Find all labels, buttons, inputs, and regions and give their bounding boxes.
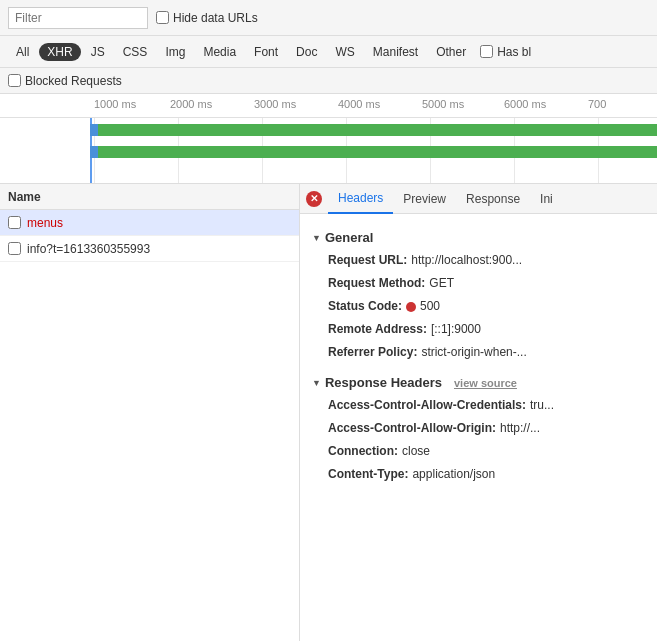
tab-media[interactable]: Media (195, 43, 244, 61)
timeline: 1000 ms 2000 ms 3000 ms 4000 ms 5000 ms … (0, 94, 657, 184)
marker-6000: 6000 ms (504, 98, 546, 110)
response-triangle-icon: ▼ (312, 378, 321, 388)
request-name-menus: menus (27, 216, 63, 230)
toolbar: Hide data URLs (0, 0, 657, 36)
detail-key-content-type: Content-Type: (328, 465, 408, 483)
detail-row-connection: Connection: close (328, 442, 645, 460)
detail-value-connection: close (402, 442, 430, 460)
close-button[interactable]: ✕ (304, 189, 324, 209)
detail-row-request-url: Request URL: http://localhost:900... (328, 251, 645, 269)
marker-2000: 2000 ms (170, 98, 212, 110)
marker-4000: 4000 ms (338, 98, 380, 110)
filter-tabs: All XHR JS CSS Img Media Font Doc WS Man… (0, 36, 657, 68)
detail-value-remote: [::1]:9000 (431, 320, 481, 338)
detail-row-method: Request Method: GET (328, 274, 645, 292)
detail-key-allow-origin: Access-Control-Allow-Origin: (328, 419, 496, 437)
tab-img[interactable]: Img (157, 43, 193, 61)
detail-row-status: Status Code: 500 (328, 297, 645, 315)
has-bl-text: Has bl (497, 45, 531, 59)
detail-row-allow-origin: Access-Control-Allow-Origin: http://... (328, 419, 645, 437)
hide-data-urls-checkbox[interactable] (156, 11, 169, 24)
tab-other[interactable]: Other (428, 43, 474, 61)
detail-value-content-type: application/json (412, 465, 495, 483)
detail-value-request-url: http://localhost:900... (411, 251, 522, 269)
tab-manifest[interactable]: Manifest (365, 43, 426, 61)
detail-key-allow-credentials: Access-Control-Allow-Credentials: (328, 396, 526, 414)
tab-ws[interactable]: WS (327, 43, 362, 61)
request-checkbox-info[interactable] (8, 242, 21, 255)
marker-1000: 1000 ms (94, 98, 136, 110)
marker-3000: 3000 ms (254, 98, 296, 110)
hide-data-urls-label[interactable]: Hide data URLs (156, 11, 258, 25)
details-panel: ✕ Headers Preview Response Ini ▼ General… (300, 184, 657, 641)
blocked-requests-text: Blocked Requests (25, 74, 122, 88)
has-bl-checkbox[interactable] (480, 45, 493, 58)
request-row-info[interactable]: info?t=1613360355993 (0, 236, 299, 262)
detail-value-referrer: strict-origin-when-... (421, 343, 526, 361)
response-headers-section-header: ▼ Response Headers view source (312, 375, 645, 390)
detail-value-allow-origin: http://... (500, 419, 540, 437)
detail-key-remote: Remote Address: (328, 320, 427, 338)
requests-list-header: Name (0, 184, 299, 210)
bar-green-1 (98, 124, 657, 136)
tab-doc[interactable]: Doc (288, 43, 325, 61)
request-name-info: info?t=1613360355993 (27, 242, 150, 256)
blocked-requests-checkbox[interactable] (8, 74, 21, 87)
detail-row-referrer: Referrer Policy: strict-origin-when-... (328, 343, 645, 361)
detail-value-method: GET (429, 274, 454, 292)
request-bar-row1 (90, 124, 657, 136)
requests-header-label: Name (8, 190, 41, 204)
details-content: ▼ General Request URL: http://localhost:… (300, 214, 657, 496)
request-bar-row2 (90, 146, 657, 158)
tab-ini[interactable]: Ini (530, 184, 563, 214)
has-bl-label[interactable]: Has bl (480, 45, 531, 59)
close-icon[interactable]: ✕ (306, 191, 322, 207)
detail-key-method: Request Method: (328, 274, 425, 292)
request-checkbox-menus[interactable] (8, 216, 21, 229)
details-tabs: ✕ Headers Preview Response Ini (300, 184, 657, 214)
detail-row-remote: Remote Address: [::1]:9000 (328, 320, 645, 338)
timeline-ruler: 1000 ms 2000 ms 3000 ms 4000 ms 5000 ms … (0, 94, 657, 118)
bar-blue-1 (90, 124, 98, 136)
marker-700: 700 (588, 98, 606, 110)
tab-response[interactable]: Response (456, 184, 530, 214)
filter-input[interactable] (8, 7, 148, 29)
close-icon-symbol: ✕ (310, 193, 318, 204)
tab-js[interactable]: JS (83, 43, 113, 61)
detail-key-referrer: Referrer Policy: (328, 343, 417, 361)
detail-row-content-type: Content-Type: application/json (328, 465, 645, 483)
detail-key-status: Status Code: (328, 297, 402, 315)
bar-blue-2 (90, 146, 98, 158)
blocked-bar: Blocked Requests (0, 68, 657, 94)
tab-preview[interactable]: Preview (393, 184, 456, 214)
tab-xhr[interactable]: XHR (39, 43, 80, 61)
tab-all[interactable]: All (8, 43, 37, 61)
detail-key-request-url: Request URL: (328, 251, 407, 269)
detail-key-connection: Connection: (328, 442, 398, 460)
tab-css[interactable]: CSS (115, 43, 156, 61)
response-headers-title: Response Headers (325, 375, 442, 390)
request-row-menus[interactable]: menus (0, 210, 299, 236)
blocked-requests-label[interactable]: Blocked Requests (8, 74, 122, 88)
detail-value-allow-credentials: tru... (530, 396, 554, 414)
general-triangle-icon: ▼ (312, 233, 321, 243)
tab-font[interactable]: Font (246, 43, 286, 61)
hide-data-urls-text: Hide data URLs (173, 11, 258, 25)
detail-row-allow-credentials: Access-Control-Allow-Credentials: tru... (328, 396, 645, 414)
status-error-dot (406, 302, 416, 312)
requests-panel: Name menus info?t=1613360355993 (0, 184, 300, 641)
requests-list[interactable]: menus info?t=1613360355993 (0, 210, 299, 641)
tab-headers[interactable]: Headers (328, 184, 393, 214)
marker-5000: 5000 ms (422, 98, 464, 110)
timeline-bars (0, 118, 657, 184)
detail-value-status: 500 (406, 297, 440, 315)
general-section-header: ▼ General (312, 230, 645, 245)
general-section-title: General (325, 230, 373, 245)
main-content: Name menus info?t=1613360355993 ✕ Header… (0, 184, 657, 641)
view-source-link[interactable]: view source (454, 377, 517, 389)
bar-green-2 (98, 146, 657, 158)
